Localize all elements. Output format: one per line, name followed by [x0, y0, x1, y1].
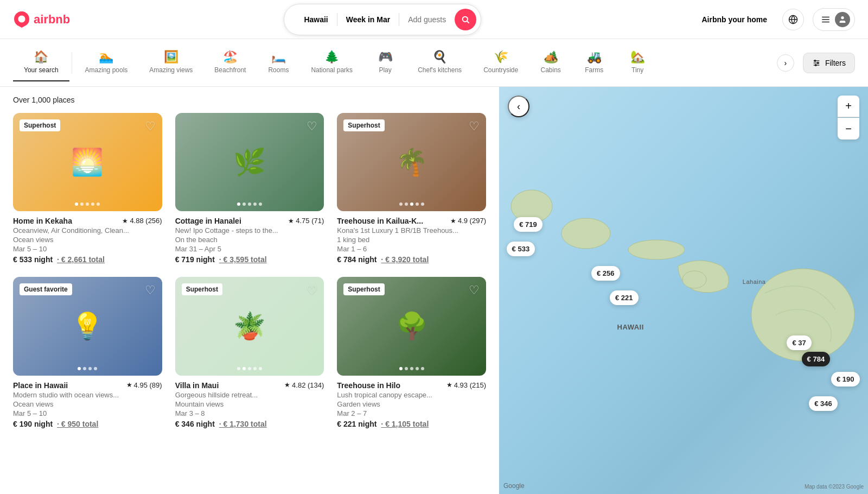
category-item-play[interactable]: 🎮 Play	[363, 45, 407, 81]
listing-price: € 190 night · € 950 total	[13, 420, 162, 428]
listing-image-wrap: 🪴 Superhost ♡	[175, 277, 324, 375]
map-label-lahaina: Lahaina	[743, 278, 766, 285]
wishlist-button[interactable]: ♡	[307, 119, 317, 134]
category-item-chefs-kitchens[interactable]: 🍳 Chef's kitchens	[407, 45, 473, 81]
listing-card-listing-2[interactable]: 🌿 ♡ Cottage in Hanalei ★ 4.75 (71) New! …	[175, 113, 324, 264]
dot-4	[259, 202, 262, 206]
dot-3	[253, 202, 257, 206]
listing-info: Home in Kekaha ★ 4.88 (256) Oceanview, A…	[13, 217, 162, 264]
search-guests[interactable]: Add guests	[399, 13, 455, 26]
category-item-farms[interactable]: 🚜 Farms	[572, 45, 616, 81]
map-price-pin-pin-533[interactable]: € 533	[507, 242, 535, 256]
listing-rating: ★ 4.82 (134)	[284, 381, 324, 389]
category-label-play: Play	[379, 66, 391, 74]
listing-subtitle: Garden views	[337, 400, 486, 408]
listing-title-row: Villa in Maui ★ 4.82 (134)	[175, 381, 324, 390]
dot-2	[410, 367, 413, 370]
user-menu-button[interactable]	[813, 8, 855, 31]
map-price-pin-pin-221[interactable]: € 221	[610, 290, 639, 305]
dot-3	[91, 202, 94, 206]
globe-icon	[788, 15, 798, 24]
category-icon-rooms: 🛏️	[271, 51, 286, 63]
listing-info: Cottage in Hanalei ★ 4.75 (71) New! Ipo …	[175, 217, 324, 264]
listing-description: Modern studio with ocean views...	[13, 391, 162, 399]
map-zoom-out-button[interactable]: −	[838, 118, 859, 140]
listing-badge: Superhost	[20, 119, 60, 131]
price-per-night: € 221 night	[337, 420, 376, 428]
wishlist-button[interactable]: ♡	[469, 119, 480, 134]
listings-grid: 🌅 Superhost ♡ Home in Kekaha ★ 4.88 (256…	[13, 113, 486, 428]
wishlist-button[interactable]: ♡	[307, 283, 317, 297]
category-item-your-search[interactable]: 🏠 Your search	[13, 45, 69, 81]
map-price-pin-pin-784[interactable]: € 784	[802, 352, 831, 366]
svg-point-12	[817, 62, 819, 64]
category-item-beachfront[interactable]: 🏖️ Beachfront	[203, 45, 257, 81]
listing-card-listing-3[interactable]: 🌴 Superhost ♡ Treehouse in Kailua-K... ★…	[337, 113, 486, 264]
dot-4	[421, 367, 424, 370]
map-background: ‹ + − € 719€ 533€ 256€ 221€ 784€ 37€ 190…	[499, 87, 868, 494]
map-price-pin-pin-346[interactable]: € 346	[809, 396, 838, 411]
category-nav-next[interactable]: ›	[777, 54, 794, 72]
listing-card-listing-5[interactable]: 🪴 Superhost ♡ Villa in Maui ★ 4.82 (134)…	[175, 277, 324, 428]
category-label-countryside: Countryside	[483, 66, 518, 74]
star-icon: ★	[450, 217, 456, 225]
price-per-night: € 190 night	[13, 420, 53, 428]
listing-title-row: Cottage in Hanalei ★ 4.75 (71)	[175, 217, 324, 225]
image-dots	[75, 202, 100, 206]
listing-rating: ★ 4.88 (256)	[122, 217, 162, 225]
search-bar[interactable]: Hawaii Week in Mar Add guests	[284, 4, 481, 35]
category-item-tiny[interactable]: 🏡 Tiny	[616, 45, 659, 81]
filters-icon	[812, 59, 821, 67]
map-collapse-button[interactable]: ‹	[508, 96, 529, 117]
search-dates[interactable]: Week in Mar	[337, 13, 399, 26]
category-item-rooms[interactable]: 🛏️ Rooms	[257, 45, 300, 81]
wishlist-button[interactable]: ♡	[145, 283, 156, 297]
listing-card-listing-1[interactable]: 🌅 Superhost ♡ Home in Kekaha ★ 4.88 (256…	[13, 113, 162, 264]
map-panel: ‹ + − € 719€ 533€ 256€ 221€ 784€ 37€ 190…	[499, 87, 868, 494]
map-zoom-in-button[interactable]: +	[838, 96, 859, 117]
map-price-pin-pin-37[interactable]: € 37	[787, 335, 811, 350]
category-item-amazing-pools[interactable]: 🏊 Amazing pools	[74, 45, 139, 81]
dot-4	[421, 202, 424, 206]
listing-info: Villa in Maui ★ 4.82 (134) Gorgeous hill…	[175, 381, 324, 428]
price-total: · € 950 total	[57, 420, 98, 428]
airbnb-your-home-link[interactable]: Airbnb your home	[695, 11, 774, 28]
wishlist-button[interactable]: ♡	[469, 283, 480, 297]
category-item-national-parks[interactable]: 🌲 National parks	[300, 45, 363, 81]
listing-badge: Superhost	[343, 283, 384, 295]
listing-image-wrap: 🌴 Superhost ♡	[337, 113, 486, 211]
airbnb-logo[interactable]: airbnb	[13, 11, 70, 28]
category-item-amazing-views[interactable]: 🖼️ Amazing views	[138, 45, 203, 81]
search-location[interactable]: Hawaii	[295, 13, 336, 26]
category-icon-countryside: 🌾	[494, 51, 508, 63]
map-price-pin-pin-256[interactable]: € 256	[591, 266, 620, 281]
listing-image-wrap: 🌅 Superhost ♡	[13, 113, 162, 211]
svg-point-16	[628, 240, 685, 259]
search-button[interactable]	[455, 9, 476, 30]
category-item-cabins[interactable]: 🏕️ Cabins	[529, 45, 572, 81]
listing-title: Villa in Maui	[175, 381, 219, 390]
listing-dates: Mar 31 – Apr 5	[175, 245, 324, 253]
filters-button[interactable]: Filters	[803, 53, 855, 73]
star-icon: ★	[284, 381, 290, 389]
price-per-night: € 346 night	[175, 420, 215, 428]
listing-card-listing-4[interactable]: 💡 Guest favorite ♡ Place in Hawaii ★ 4.9…	[13, 277, 162, 428]
filters-label: Filters	[825, 59, 846, 67]
map-price-pin-pin-190[interactable]: € 190	[831, 372, 860, 387]
listing-card-listing-6[interactable]: 🌳 Superhost ♡ Treehouse in Hilo ★ 4.93 (…	[337, 277, 486, 428]
category-icon-amazing-views: 🖼️	[164, 51, 178, 63]
svg-point-11	[814, 60, 816, 61]
star-icon: ★	[126, 381, 132, 389]
price-total: · € 1,730 total	[219, 420, 267, 428]
listing-title: Cottage in Hanalei	[175, 217, 241, 225]
wishlist-button[interactable]: ♡	[145, 119, 156, 134]
airbnb-logo-icon	[13, 11, 30, 28]
map-price-pin-pin-719[interactable]: € 719	[514, 217, 542, 232]
category-item-countryside[interactable]: 🌾 Countryside	[473, 45, 529, 81]
language-button[interactable]	[782, 9, 804, 30]
listing-price: € 221 night · € 1,105 total	[337, 420, 486, 428]
listing-badge: Superhost	[343, 119, 384, 131]
svg-line-1	[467, 21, 469, 23]
category-label-rooms: Rooms	[268, 66, 289, 74]
image-dots	[78, 367, 97, 370]
